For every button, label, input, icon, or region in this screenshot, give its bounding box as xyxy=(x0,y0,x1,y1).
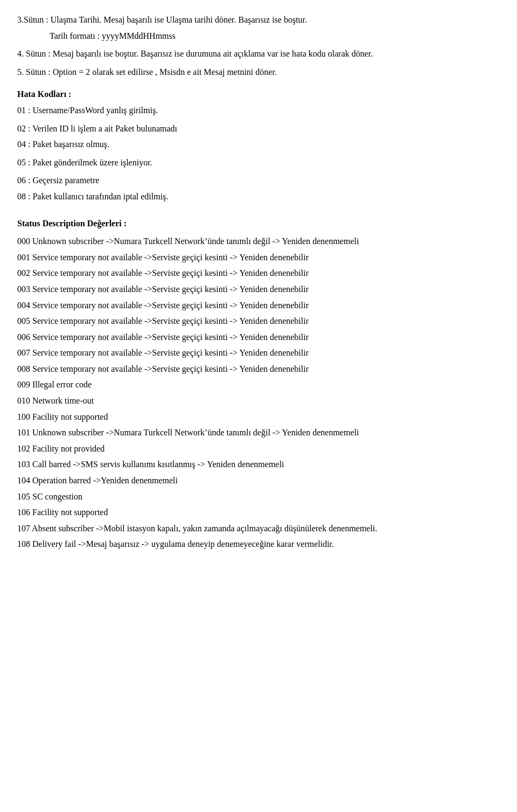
status-002: 002 Service temporary not available ->Se… xyxy=(17,266,500,280)
line-1: 3.Sütun : Ulaşma Tarihi. Mesaj başarılı … xyxy=(17,13,500,27)
status-001: 001 Service temporary not available ->Se… xyxy=(17,251,500,265)
line-2: Tarih formatı : yyyyMMddHHmmss xyxy=(50,29,500,43)
status-000: 000 Unknown subscriber ->Numara Turkcell… xyxy=(17,234,500,248)
hata-06: 06 : Geçersiz parametre xyxy=(17,173,500,188)
status-title: Status Description Değerleri : xyxy=(17,217,500,231)
status-006: 006 Service temporary not available ->Se… xyxy=(17,330,500,344)
hata-title: Hata Kodları : xyxy=(17,87,500,101)
hata-04: 04 : Paket başarısız olmuş. xyxy=(17,137,500,151)
status-005: 005 Service temporary not available ->Se… xyxy=(17,314,500,328)
status-009: 009 Illegal error code xyxy=(17,378,500,392)
hata-02: 02 : Verilen ID li işlem a ait Paket bul… xyxy=(17,122,500,136)
main-content: 3.Sütun : Ulaşma Tarihi. Mesaj başarılı … xyxy=(17,13,500,551)
status-103: 103 Call barred ->SMS servis kullanımı k… xyxy=(17,457,500,471)
status-101: 101 Unknown subscriber ->Numara Turkcell… xyxy=(17,426,500,440)
status-107: 107 Absent subscriber ->Mobil istasyon k… xyxy=(17,522,500,536)
status-010: 010 Network time-out xyxy=(17,394,500,408)
status-003: 003 Service temporary not available ->Se… xyxy=(17,282,500,296)
line-4: 5. Sütun : Option = 2 olarak set edilirs… xyxy=(17,65,500,79)
status-106: 106 Facility not supported xyxy=(17,505,500,519)
status-108: 108 Delivery fail ->Mesaj başarısız -> u… xyxy=(17,537,500,551)
line-3: 4. Sütun : Mesaj başarılı ise boştur. Ba… xyxy=(17,47,500,61)
status-008: 008 Service temporary not available ->Se… xyxy=(17,362,500,376)
status-102: 102 Facility not provided xyxy=(17,442,500,456)
status-105: 105 SC congestion xyxy=(17,490,500,504)
status-004: 004 Service temporary not available ->Se… xyxy=(17,299,500,313)
status-007: 007 Service temporary not available ->Se… xyxy=(17,346,500,360)
hata-08: 08 : Paket kullanıcı tarafından iptal ed… xyxy=(17,190,500,204)
status-104: 104 Operation barred ->Yeniden denenmeme… xyxy=(17,474,500,488)
hata-01: 01 : Username/PassWord yanlış girilmiş. xyxy=(17,103,500,117)
status-100: 100 Facility not supported xyxy=(17,410,500,424)
hata-05: 05 : Paket gönderilmek üzere işleniyor. xyxy=(17,156,500,170)
